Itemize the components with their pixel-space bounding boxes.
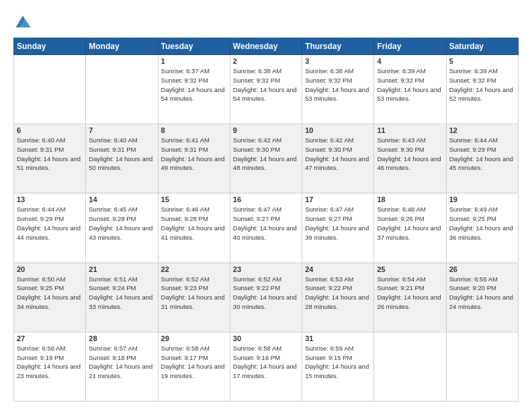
day-number: 19 — [449, 195, 515, 203]
sunrise-text: Sunrise: 6:40 AM — [17, 136, 65, 144]
day-number: 25 — [377, 265, 443, 273]
cell-info: Sunrise: 6:40 AMSunset: 9:31 PMDaylight:… — [89, 136, 154, 173]
calendar-cell: 15Sunrise: 6:46 AMSunset: 9:28 PMDayligh… — [158, 193, 230, 263]
day-number: 17 — [305, 195, 371, 203]
sunset-text: Sunset: 9:24 PM — [89, 284, 136, 291]
daylight-text: Daylight: 14 hours and 30 minutes. — [233, 293, 297, 310]
day-number: 7 — [89, 126, 154, 134]
daylight-text: Daylight: 14 hours and 53 minutes. — [305, 86, 369, 103]
calendar-week-row: 20Sunrise: 6:50 AMSunset: 9:25 PMDayligh… — [14, 263, 519, 332]
day-number: 6 — [17, 126, 83, 134]
sunrise-text: Sunrise: 6:39 AM — [449, 67, 498, 75]
daylight-text: Daylight: 14 hours and 52 minutes. — [449, 86, 513, 103]
sunset-text: Sunset: 9:28 PM — [89, 215, 136, 222]
calendar-cell: 12Sunrise: 6:44 AMSunset: 9:29 PMDayligh… — [446, 124, 518, 193]
cell-info: Sunrise: 6:51 AMSunset: 9:24 PMDaylight:… — [89, 275, 154, 312]
cell-info: Sunrise: 6:56 AMSunset: 9:19 PMDaylight:… — [17, 344, 83, 381]
sunset-text: Sunset: 9:25 PM — [17, 284, 64, 291]
sunset-text: Sunset: 9:32 PM — [377, 77, 424, 84]
calendar-cell: 27Sunrise: 6:56 AMSunset: 9:19 PMDayligh… — [14, 332, 86, 401]
sunset-text: Sunset: 9:29 PM — [17, 215, 64, 222]
sunrise-text: Sunrise: 6:51 AM — [89, 275, 137, 283]
daylight-text: Daylight: 14 hours and 36 minutes. — [449, 224, 513, 241]
calendar-cell: 24Sunrise: 6:53 AMSunset: 9:22 PMDayligh… — [302, 263, 374, 332]
sunrise-text: Sunrise: 6:43 AM — [377, 136, 425, 144]
calendar-cell: 30Sunrise: 6:58 AMSunset: 9:16 PMDayligh… — [230, 332, 302, 401]
sunset-text: Sunset: 9:31 PM — [89, 146, 136, 153]
day-number: 1 — [161, 57, 227, 65]
day-number: 30 — [233, 334, 299, 342]
calendar-cell: 4Sunrise: 6:39 AMSunset: 9:32 PMDaylight… — [374, 55, 446, 124]
cell-info: Sunrise: 6:43 AMSunset: 9:30 PMDaylight:… — [377, 136, 443, 173]
daylight-text: Daylight: 14 hours and 39 minutes. — [305, 224, 369, 241]
sunrise-text: Sunrise: 6:39 AM — [377, 67, 425, 75]
sunrise-text: Sunrise: 6:46 AM — [161, 205, 210, 213]
calendar-header-row: SundayMondayTuesdayWednesdayThursdayFrid… — [14, 38, 519, 55]
daylight-text: Daylight: 14 hours and 51 minutes. — [17, 155, 81, 172]
daylight-text: Daylight: 14 hours and 26 minutes. — [377, 293, 441, 310]
sunrise-text: Sunrise: 6:50 AM — [17, 275, 65, 283]
calendar-week-row: 1Sunrise: 6:37 AMSunset: 9:32 PMDaylight… — [14, 55, 519, 124]
day-number: 13 — [17, 195, 83, 203]
sunrise-text: Sunrise: 6:59 AM — [305, 345, 353, 352]
sunset-text: Sunset: 9:27 PM — [233, 215, 280, 222]
cell-info: Sunrise: 6:58 AMSunset: 9:16 PMDaylight:… — [233, 344, 299, 381]
calendar-cell: 6Sunrise: 6:40 AMSunset: 9:31 PMDaylight… — [14, 124, 86, 193]
sunset-text: Sunset: 9:32 PM — [161, 77, 208, 84]
col-header-wednesday: Wednesday — [230, 38, 302, 55]
day-number: 31 — [305, 334, 371, 342]
cell-info: Sunrise: 6:59 AMSunset: 9:15 PMDaylight:… — [305, 344, 371, 381]
sunrise-text: Sunrise: 6:38 AM — [305, 67, 353, 75]
sunrise-text: Sunrise: 6:42 AM — [233, 136, 281, 144]
day-number: 15 — [161, 195, 227, 203]
day-number: 12 — [449, 126, 515, 134]
cell-info: Sunrise: 6:38 AMSunset: 9:32 PMDaylight:… — [233, 66, 299, 103]
daylight-text: Daylight: 14 hours and 50 minutes. — [89, 155, 152, 172]
sunrise-text: Sunrise: 6:52 AM — [161, 275, 210, 283]
day-number: 22 — [161, 265, 227, 273]
calendar-cell: 31Sunrise: 6:59 AMSunset: 9:15 PMDayligh… — [302, 332, 374, 401]
cell-info: Sunrise: 6:50 AMSunset: 9:25 PMDaylight:… — [17, 275, 83, 312]
day-number: 28 — [89, 334, 154, 342]
calendar-week-row: 27Sunrise: 6:56 AMSunset: 9:19 PMDayligh… — [14, 332, 519, 401]
sunrise-text: Sunrise: 6:55 AM — [449, 275, 498, 283]
daylight-text: Daylight: 14 hours and 47 minutes. — [305, 155, 369, 172]
sunrise-text: Sunrise: 6:56 AM — [17, 345, 65, 352]
sunset-text: Sunset: 9:28 PM — [161, 215, 208, 222]
daylight-text: Daylight: 14 hours and 24 minutes. — [449, 293, 513, 310]
cell-info: Sunrise: 6:49 AMSunset: 9:25 PMDaylight:… — [449, 205, 515, 242]
sunset-text: Sunset: 9:22 PM — [305, 284, 352, 291]
cell-info: Sunrise: 6:39 AMSunset: 9:32 PMDaylight:… — [377, 66, 443, 103]
cell-info: Sunrise: 6:47 AMSunset: 9:27 PMDaylight:… — [305, 205, 371, 242]
sunrise-text: Sunrise: 6:58 AM — [233, 345, 281, 352]
sunrise-text: Sunrise: 6:48 AM — [377, 205, 425, 213]
sunset-text: Sunset: 9:29 PM — [449, 146, 496, 153]
sunset-text: Sunset: 9:31 PM — [17, 146, 64, 153]
cell-info: Sunrise: 6:44 AMSunset: 9:29 PMDaylight:… — [449, 136, 515, 173]
calendar-cell — [446, 332, 518, 401]
sunset-text: Sunset: 9:16 PM — [233, 354, 280, 361]
daylight-text: Daylight: 14 hours and 15 minutes. — [305, 363, 369, 379]
sunset-text: Sunset: 9:19 PM — [17, 354, 64, 361]
col-header-saturday: Saturday — [446, 38, 518, 55]
cell-info: Sunrise: 6:53 AMSunset: 9:22 PMDaylight:… — [305, 275, 371, 312]
daylight-text: Daylight: 14 hours and 21 minutes. — [89, 363, 152, 379]
sunset-text: Sunset: 9:32 PM — [449, 77, 496, 84]
day-number: 4 — [377, 57, 443, 65]
sunrise-text: Sunrise: 6:45 AM — [89, 205, 137, 213]
day-number: 10 — [305, 126, 371, 134]
sunrise-text: Sunrise: 6:38 AM — [233, 67, 281, 75]
day-number: 18 — [377, 195, 443, 203]
sunset-text: Sunset: 9:23 PM — [161, 284, 208, 291]
cell-info: Sunrise: 6:44 AMSunset: 9:29 PMDaylight:… — [17, 205, 83, 242]
cell-info: Sunrise: 6:54 AMSunset: 9:21 PMDaylight:… — [377, 275, 443, 312]
sunset-text: Sunset: 9:30 PM — [233, 146, 280, 153]
sunrise-text: Sunrise: 6:47 AM — [305, 205, 353, 213]
calendar-cell: 5Sunrise: 6:39 AMSunset: 9:32 PMDaylight… — [446, 55, 518, 124]
sunset-text: Sunset: 9:21 PM — [377, 284, 424, 291]
sunrise-text: Sunrise: 6:54 AM — [377, 275, 425, 283]
calendar-cell: 2Sunrise: 6:38 AMSunset: 9:32 PMDaylight… — [230, 55, 302, 124]
daylight-text: Daylight: 14 hours and 31 minutes. — [161, 293, 225, 310]
calendar-cell: 3Sunrise: 6:38 AMSunset: 9:32 PMDaylight… — [302, 55, 374, 124]
cell-info: Sunrise: 6:52 AMSunset: 9:23 PMDaylight:… — [161, 275, 227, 312]
